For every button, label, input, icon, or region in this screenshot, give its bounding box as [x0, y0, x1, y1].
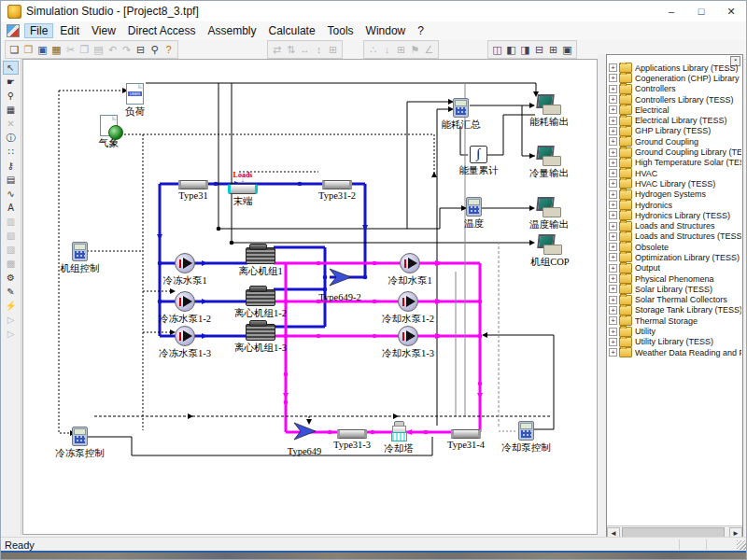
- save-all-icon[interactable]: ▦: [49, 43, 63, 57]
- grid-snap-icon[interactable]: ⊞: [326, 43, 340, 57]
- library-item[interactable]: +Thermal Storage: [609, 315, 741, 326]
- temperature-output[interactable]: 温度输出: [537, 197, 561, 217]
- menu-window[interactable]: Window: [360, 23, 412, 38]
- expand-icon[interactable]: +: [609, 85, 617, 93]
- library-item[interactable]: +Storage Tank Library (TESS): [609, 305, 741, 315]
- unit-control[interactable]: 机组控制: [72, 242, 88, 261]
- pipe-type31[interactable]: Type31: [178, 180, 208, 189]
- print-preview-icon[interactable]: ⚲: [148, 43, 162, 57]
- expand-icon[interactable]: +: [609, 201, 617, 209]
- redo-icon[interactable]: ↷: [120, 43, 134, 57]
- expand-icon[interactable]: +: [609, 74, 617, 82]
- energy-summary[interactable]: 能耗汇总: [453, 98, 469, 118]
- diverter-type649-2[interactable]: Type649-2: [328, 267, 352, 291]
- menu-assembly[interactable]: Assembly: [203, 23, 262, 38]
- expand-icon[interactable]: +: [609, 211, 617, 219]
- library-item[interactable]: +Applications Library (TESS): [609, 63, 741, 73]
- same-width-icon[interactable]: ↔: [298, 43, 312, 57]
- expand-icon[interactable]: +: [609, 137, 617, 146]
- expand-icon[interactable]: +: [609, 274, 617, 283]
- tile-right-icon[interactable]: ◨: [518, 43, 532, 57]
- select-tool-icon[interactable]: ↖: [3, 61, 19, 75]
- text-tool-icon[interactable]: A: [3, 201, 19, 215]
- settings-gear-icon[interactable]: ⚙: [3, 271, 19, 285]
- panel-splitter[interactable]: [598, 54, 606, 540]
- close-button[interactable]: ✕: [716, 1, 746, 21]
- card-view-2-icon[interactable]: ▧: [3, 229, 19, 243]
- library-item[interactable]: +Obsolete: [609, 242, 741, 252]
- library-item[interactable]: +Cogeneration (CHP) Library (TESS): [609, 73, 741, 83]
- expand-icon[interactable]: +: [609, 63, 617, 72]
- expand-icon[interactable]: +: [609, 148, 617, 157]
- expand-icon[interactable]: +: [609, 264, 617, 273]
- maximize-button[interactable]: □: [686, 1, 716, 21]
- expand-icon[interactable]: +: [609, 179, 617, 188]
- expand-icon[interactable]: +: [609, 243, 617, 251]
- library-item[interactable]: +Controllers Library (TESS): [609, 94, 741, 105]
- parameter-tool-icon[interactable]: ⚷: [3, 159, 19, 173]
- same-height-icon[interactable]: ↕: [312, 43, 326, 57]
- expand-icon[interactable]: +: [609, 169, 617, 177]
- pipe-type31-4[interactable]: Type31-4: [451, 429, 481, 439]
- expand-icon[interactable]: +: [609, 117, 617, 125]
- print-view-icon[interactable]: ▨: [3, 243, 19, 257]
- minimize-button[interactable]: –: [656, 1, 686, 21]
- cooling-pump-3[interactable]: 冷却水泵1-3: [398, 326, 418, 346]
- resize-grip[interactable]: [737, 540, 746, 550]
- expand-icon[interactable]: +: [609, 159, 617, 167]
- library-item[interactable]: +Solar Thermal Collectors: [609, 295, 741, 305]
- library-item[interactable]: +Electrical: [609, 105, 741, 115]
- new-icon[interactable]: ❏: [7, 43, 21, 57]
- chilled-pump-2[interactable]: 冷冻水泵1-2: [175, 291, 195, 312]
- pen-tool-icon[interactable]: ✎: [3, 285, 19, 299]
- align-horizontal-icon[interactable]: ⇄: [270, 43, 284, 57]
- library-item[interactable]: +HVAC Library (TESS): [609, 178, 741, 189]
- terminal-unit[interactable]: Loads↓末端: [228, 184, 258, 194]
- library-item[interactable]: +GHP Library (TESS): [609, 126, 741, 136]
- save-icon[interactable]: ▣: [35, 43, 49, 57]
- chiller-1[interactable]: 离心机组1: [246, 247, 275, 264]
- library-item[interactable]: +Hydronics Library (TESS): [609, 210, 741, 220]
- tile-vertical-icon[interactable]: ⊞: [546, 43, 560, 57]
- menu-direct-access[interactable]: Direct Access: [122, 23, 202, 38]
- expand-icon[interactable]: +: [609, 348, 617, 357]
- cooling-energy-output[interactable]: 冷量输出: [537, 146, 561, 166]
- expand-icon[interactable]: +: [609, 316, 617, 325]
- cooling-pump-2[interactable]: 冷却水泵1-2: [398, 291, 418, 312]
- library-item[interactable]: +Loads and Structures (TESS): [609, 231, 741, 242]
- copy-icon[interactable]: ❒: [78, 43, 92, 57]
- play-1-icon[interactable]: ▷: [3, 313, 19, 327]
- tile-horizontal-icon[interactable]: ⊟: [532, 43, 546, 57]
- chilled-pump-control[interactable]: 冷冻泵控制: [72, 427, 88, 446]
- paste-icon[interactable]: ▤: [92, 43, 106, 57]
- delete-tool-icon[interactable]: ✕: [3, 117, 19, 131]
- open-icon[interactable]: ❐: [21, 43, 35, 57]
- expand-icon[interactable]: +: [609, 105, 617, 114]
- library-item[interactable]: +Solar Library (TESS): [609, 284, 741, 294]
- energy-output[interactable]: 能耗输出: [537, 94, 561, 115]
- expand-icon[interactable]: +: [609, 306, 617, 315]
- menu-edit[interactable]: Edit: [54, 23, 85, 38]
- library-item[interactable]: +Utility Library (TESS): [609, 337, 741, 347]
- cut-icon[interactable]: ✂: [63, 43, 78, 57]
- cooling-pump-control[interactable]: 冷却泵控制: [518, 421, 534, 441]
- library-item[interactable]: +Optimization Library (TESS): [609, 252, 741, 262]
- expand-icon[interactable]: +: [609, 328, 617, 336]
- chiller-2[interactable]: 离心机组1-2: [246, 289, 275, 306]
- library-item[interactable]: +Output: [609, 263, 741, 273]
- print-icon[interactable]: ⊟: [134, 43, 148, 57]
- grid-view-icon[interactable]: ▦: [3, 103, 19, 117]
- load-data[interactable]: USER负荷: [126, 83, 144, 105]
- tree-view-icon[interactable]: ∴: [366, 43, 380, 57]
- help-icon[interactable]: ?: [162, 43, 176, 57]
- library-item[interactable]: +HVAC: [609, 168, 741, 178]
- menu-?[interactable]: ?: [412, 23, 430, 38]
- undo-icon[interactable]: ↶: [106, 43, 120, 57]
- zoom-tool-icon[interactable]: ⚲: [3, 89, 19, 103]
- cooling-tower[interactable]: 冷却塔: [389, 421, 408, 441]
- diverter-type649[interactable]: Type649: [292, 421, 317, 445]
- run-simulation-icon[interactable]: ⚡: [3, 299, 19, 313]
- card-view-1-icon[interactable]: ▥: [3, 215, 19, 229]
- library-item[interactable]: +Physical Phenomena: [609, 273, 741, 284]
- energy-integrator[interactable]: ∫能量累计: [470, 146, 487, 163]
